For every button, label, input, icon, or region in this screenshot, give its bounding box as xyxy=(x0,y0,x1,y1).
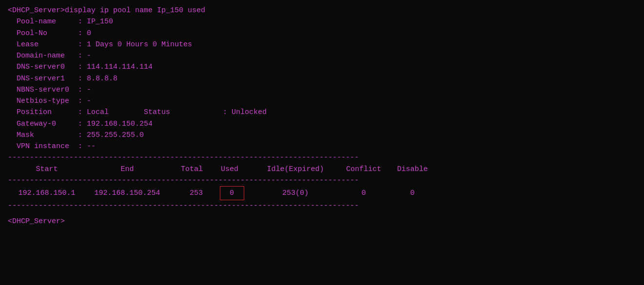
cell-total: 253 xyxy=(169,188,203,199)
value-vpn: : -- xyxy=(78,142,96,151)
cell-conflict: 0 xyxy=(334,188,393,199)
label-domain-name: Domain-name xyxy=(17,52,78,60)
value-pool-no: : 0 xyxy=(78,29,91,38)
label-netbios: Netbios-type xyxy=(17,97,78,105)
value-domain-name: : - xyxy=(78,52,91,60)
cell-end: 192.168.150.254 xyxy=(86,188,169,199)
used-highlighted: 0 xyxy=(220,186,244,200)
label-lease: Lease xyxy=(17,40,78,49)
value-netbios: : - xyxy=(78,97,91,105)
field-pool-no: Pool-No : 0 xyxy=(8,28,636,39)
field-lease: Lease : 1 Days 0 Hours 0 Minutes xyxy=(8,39,636,50)
cell-disable: 0 xyxy=(393,188,432,199)
prompt-line: <DHCP_Server> xyxy=(8,216,636,227)
col-header-idle: Idle(Expired) xyxy=(256,164,334,175)
value-pool-name: : IP_150 xyxy=(78,18,113,26)
separator-top: ----------------------------------------… xyxy=(8,152,636,163)
field-mask: Mask : 255.255.255.0 xyxy=(8,130,636,141)
value-gateway0: : 192.168.150.254 xyxy=(78,120,153,128)
col-header-used: Used xyxy=(203,164,256,175)
label-nbns0: NBNS-server0 xyxy=(17,86,78,94)
value-nbns0: : - xyxy=(78,86,91,94)
value-status: : Unlocked xyxy=(223,108,267,116)
terminal-window: <DHCP_Server>display ip pool name Ip_150… xyxy=(8,5,636,227)
label-dns0: DNS-server0 xyxy=(17,63,78,71)
value-lease: : 1 Days 0 Hours 0 Minutes xyxy=(78,40,192,49)
value-mask: : 255.255.255.0 xyxy=(78,131,144,139)
label-status: Status xyxy=(144,108,223,116)
label-pool-name: Pool-name xyxy=(17,18,78,26)
label-mask: Mask xyxy=(17,131,78,139)
table-header: Start End Total Used Idle(Expired) Confl… xyxy=(8,164,636,175)
separator-mid: ----------------------------------------… xyxy=(8,175,636,186)
field-dns1: DNS-server1 : 8.8.8.8 xyxy=(8,73,636,84)
field-nbns0: NBNS-server0 : - xyxy=(8,84,636,95)
field-dns0: DNS-server0 : 114.114.114.114 xyxy=(8,61,636,73)
cell-used: 0 xyxy=(203,186,256,200)
table-row: 192.168.150.1 192.168.150.254 253 0 253(… xyxy=(8,186,636,200)
col-header-end: End xyxy=(86,164,169,175)
label-gateway0: Gateway-0 xyxy=(17,120,78,128)
label-vpn: VPN instance xyxy=(17,142,78,151)
col-header-total: Total xyxy=(169,164,203,175)
label-position: Position xyxy=(17,108,78,116)
field-vpn: VPN instance : -- xyxy=(8,141,636,152)
value-position: : Local xyxy=(78,108,109,116)
field-domain-name: Domain-name : - xyxy=(8,50,636,61)
field-netbios: Netbios-type : - xyxy=(8,95,636,107)
col-header-start: Start xyxy=(8,164,86,175)
separator-bot: ----------------------------------------… xyxy=(8,200,636,211)
label-pool-no: Pool-No xyxy=(17,29,78,38)
field-gateway0: Gateway-0 : 192.168.150.254 xyxy=(8,118,636,130)
col-header-disable: Disable xyxy=(393,164,432,175)
spacer xyxy=(109,108,144,116)
value-dns1: : 8.8.8.8 xyxy=(78,75,117,83)
position-status-line: Position : Local Status : Unlocked xyxy=(8,107,636,118)
label-dns1: DNS-server1 xyxy=(17,75,78,83)
cell-start: 192.168.150.1 xyxy=(8,188,86,199)
field-pool-name: Pool-name : IP_150 xyxy=(8,16,636,27)
cell-idle: 253(0) xyxy=(256,188,334,199)
command-line: <DHCP_Server>display ip pool name Ip_150… xyxy=(8,5,636,16)
col-header-conflict: Conflict xyxy=(334,164,393,175)
value-dns0: : 114.114.114.114 xyxy=(78,63,153,71)
